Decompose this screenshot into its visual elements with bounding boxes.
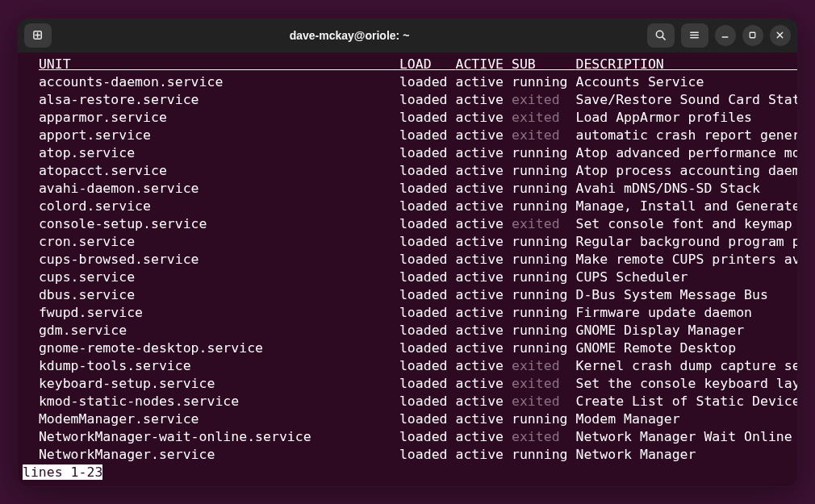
cell-sub: running bbox=[512, 305, 575, 320]
service-row: ModemManager.service loaded active runni… bbox=[23, 410, 792, 428]
search-icon bbox=[654, 29, 667, 41]
cell-sub: running bbox=[512, 447, 575, 462]
header-active: ACTIVE bbox=[455, 56, 512, 72]
cell-description: Network Manager bbox=[575, 447, 696, 462]
cell-unit: gnome-remote-desktop.service bbox=[39, 340, 399, 356]
cell-load: loaded bbox=[399, 376, 456, 391]
cell-load: loaded bbox=[399, 323, 456, 338]
cell-active: active bbox=[455, 127, 512, 143]
cell-description: GNOME Display Manager bbox=[575, 323, 744, 338]
cell-load: loaded bbox=[399, 74, 456, 90]
cell-active: active bbox=[455, 394, 512, 409]
terminal-window: dave-mckay@oriole: ~ bbox=[17, 18, 798, 487]
cell-active: active bbox=[455, 323, 512, 338]
service-row: kdump-tools.service loaded active exited… bbox=[23, 357, 792, 375]
cell-sub: running bbox=[512, 411, 575, 427]
cell-description: Set the console keyboard layo bbox=[575, 376, 798, 391]
cell-sub: exited bbox=[512, 127, 575, 143]
close-button[interactable] bbox=[770, 25, 791, 46]
cell-description: Manage, Install and Generate bbox=[575, 198, 798, 214]
cell-description: D-Bus System Message Bus bbox=[575, 287, 767, 302]
cell-unit: dbus.service bbox=[39, 287, 399, 302]
cell-active: active bbox=[455, 376, 512, 391]
cell-active: active bbox=[455, 269, 512, 285]
cell-load: loaded bbox=[399, 252, 456, 267]
header-sub: SUB bbox=[512, 56, 575, 72]
header-description: DESCRIPTION bbox=[575, 56, 798, 72]
search-button[interactable] bbox=[647, 23, 675, 48]
cell-sub: running bbox=[512, 287, 575, 302]
cell-description: CUPS Scheduler bbox=[575, 269, 688, 285]
cell-active: active bbox=[455, 429, 512, 444]
cell-load: loaded bbox=[399, 269, 456, 285]
service-row: keyboard-setup.service loaded active exi… bbox=[23, 375, 792, 393]
cell-load: loaded bbox=[399, 127, 456, 143]
cell-active: active bbox=[455, 216, 512, 231]
cell-load: loaded bbox=[399, 429, 456, 444]
header-unit: UNIT bbox=[39, 56, 399, 72]
maximize-button[interactable] bbox=[742, 25, 763, 46]
cell-active: active bbox=[455, 252, 512, 267]
cell-unit: NetworkManager.service bbox=[39, 447, 399, 462]
cell-unit: NetworkManager-wait-online.service bbox=[39, 429, 399, 444]
cell-description: Accounts Service bbox=[575, 74, 704, 90]
cell-load: loaded bbox=[399, 145, 456, 160]
service-row: NetworkManager-wait-online.service loade… bbox=[23, 428, 792, 446]
new-tab-button[interactable] bbox=[24, 23, 52, 48]
cell-load: loaded bbox=[399, 234, 456, 249]
cell-active: active bbox=[455, 74, 512, 90]
service-row: kmod-static-nodes.service loaded active … bbox=[23, 393, 792, 410]
svg-rect-2 bbox=[750, 32, 756, 38]
cell-load: loaded bbox=[399, 305, 456, 320]
cell-description: GNOME Remote Desktop bbox=[575, 340, 736, 356]
cell-description: Firmware update daemon bbox=[575, 305, 752, 320]
cell-active: active bbox=[455, 145, 512, 160]
cell-unit: keyboard-setup.service bbox=[39, 376, 399, 391]
cell-active: active bbox=[455, 305, 512, 320]
cell-unit: fwupd.service bbox=[39, 305, 399, 320]
cell-load: loaded bbox=[399, 181, 456, 196]
service-row: colord.service loaded active running Man… bbox=[23, 198, 792, 215]
cell-sub: running bbox=[512, 181, 575, 196]
cell-description: Load AppArmor profiles bbox=[575, 110, 752, 125]
maximize-icon bbox=[747, 30, 758, 40]
cell-description: Avahi mDNS/DNS-SD Stack bbox=[575, 181, 759, 196]
cell-active: active bbox=[455, 358, 512, 373]
cell-sub: exited bbox=[512, 394, 575, 409]
service-row: cups-browsed.service loaded active runni… bbox=[23, 251, 792, 269]
service-row: apparmor.service loaded active exited Lo… bbox=[23, 109, 792, 127]
cell-load: loaded bbox=[399, 110, 456, 125]
cell-sub: running bbox=[512, 74, 575, 90]
cell-description: automatic crash report genera bbox=[575, 127, 798, 143]
cell-sub: exited bbox=[512, 216, 575, 231]
cell-sub: exited bbox=[512, 358, 575, 373]
service-row: fwupd.service loaded active running Firm… bbox=[23, 304, 792, 322]
cell-unit: atop.service bbox=[39, 145, 399, 160]
service-row: accounts-daemon.service loaded active ru… bbox=[23, 73, 792, 91]
cell-unit: atopacct.service bbox=[39, 163, 399, 178]
cell-load: loaded bbox=[399, 411, 456, 427]
cell-unit: cups.service bbox=[39, 269, 399, 285]
pager-status-row: lines 1-23 bbox=[23, 464, 792, 481]
service-row: avahi-daemon.service loaded active runni… bbox=[23, 180, 792, 198]
service-row: gnome-remote-desktop.service loaded acti… bbox=[23, 339, 792, 357]
menu-button[interactable] bbox=[681, 23, 708, 48]
cell-description: Atop process accounting daemon bbox=[575, 163, 798, 178]
cell-active: active bbox=[455, 92, 512, 107]
cell-unit: cron.service bbox=[39, 234, 399, 249]
terminal-output[interactable]: UNIT LOAD ACTIVE SUB DESCRIPTION > accou… bbox=[18, 52, 797, 486]
service-row: cups.service loaded active running CUPS … bbox=[23, 269, 792, 286]
minimize-button[interactable] bbox=[715, 25, 736, 46]
header-load: LOAD bbox=[399, 56, 456, 72]
cell-sub: running bbox=[512, 145, 575, 160]
cell-sub: exited bbox=[512, 110, 575, 125]
cell-unit: colord.service bbox=[39, 198, 399, 214]
cell-unit: ModemManager.service bbox=[39, 411, 399, 427]
cell-unit: accounts-daemon.service bbox=[39, 74, 399, 90]
service-row: atop.service loaded active running Atop … bbox=[23, 144, 792, 162]
cell-load: loaded bbox=[399, 447, 456, 462]
cell-description: Modem Manager bbox=[575, 411, 679, 427]
service-row: NetworkManager.service loaded active run… bbox=[23, 446, 792, 464]
cell-unit: gdm.service bbox=[39, 323, 399, 338]
cell-unit: kmod-static-nodes.service bbox=[39, 394, 399, 409]
